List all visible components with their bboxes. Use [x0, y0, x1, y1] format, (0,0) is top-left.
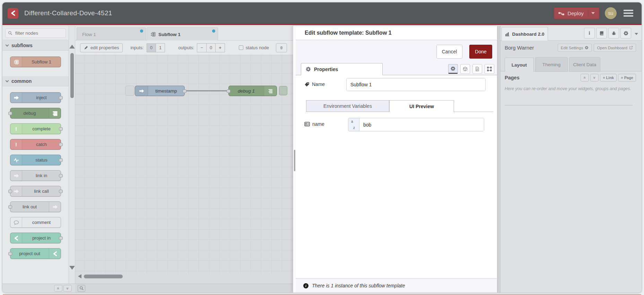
- env-value-input[interactable]: [359, 118, 484, 131]
- palette-node-link-in[interactable]: link in: [10, 170, 61, 181]
- done-button[interactable]: Done: [469, 45, 492, 59]
- outputs-decrease-button[interactable]: −: [197, 43, 207, 52]
- palette-category-subflows[interactable]: subflows: [2, 41, 69, 51]
- palette-collapse-all-button[interactable]: «: [54, 285, 62, 292]
- debug-tab-button[interactable]: [608, 28, 619, 38]
- header: Different-Collared-Dove-4521 Deploy su: [2, 2, 642, 25]
- subflow-name-input[interactable]: [347, 78, 485, 91]
- add-page-button[interactable]: + Page: [618, 74, 636, 81]
- outputs-increase-button[interactable]: +: [216, 43, 225, 52]
- user-avatar[interactable]: su: [605, 7, 617, 19]
- deploy-button[interactable]: Deploy: [554, 7, 599, 19]
- appearance-button[interactable]: [485, 64, 494, 74]
- sidebar-menu-button[interactable]: [635, 30, 638, 36]
- input-port[interactable]: [227, 89, 230, 93]
- output-port: [59, 190, 63, 193]
- node-debug-1[interactable]: debug 1: [228, 86, 277, 96]
- palette-scrollbar-thumb[interactable]: [70, 53, 74, 98]
- input-port: [8, 205, 12, 209]
- palette-filter-row: [2, 26, 69, 40]
- palette-node-inject[interactable]: inject: [10, 92, 61, 103]
- module-properties-button[interactable]: [460, 64, 470, 74]
- palette-node-subflow-1[interactable]: Subflow 1: [10, 57, 61, 67]
- help-tab-button[interactable]: [596, 28, 607, 38]
- node-timestamp[interactable]: timestamp: [135, 86, 185, 96]
- palette-node-link-out[interactable]: link out: [10, 201, 61, 212]
- debug-enable-toggle[interactable]: [279, 86, 287, 95]
- palette-node-project-in[interactable]: project in: [10, 233, 61, 243]
- palette-node-catch[interactable]: !catch: [10, 139, 61, 150]
- move-up-button[interactable]: «: [581, 74, 589, 81]
- output-port: [59, 96, 63, 99]
- pages-help-text: Here you can re-order and move your widg…: [505, 86, 633, 92]
- tab-dashboard-2[interactable]: Dashboard 2.0: [502, 27, 548, 41]
- deploy-caret-icon[interactable]: [591, 12, 595, 14]
- open-dashboard-button[interactable]: Open Dashboard: [594, 44, 636, 52]
- palette-node-status[interactable]: status: [10, 155, 61, 165]
- node-red-logo-icon: [14, 235, 19, 241]
- cancel-button[interactable]: Cancel: [436, 45, 462, 59]
- delete-subflow-button[interactable]: [276, 43, 287, 52]
- info-tab-button[interactable]: i: [584, 28, 595, 38]
- tab-ui-preview[interactable]: UI Preview: [389, 100, 454, 112]
- palette-expand-all-button[interactable]: »: [63, 285, 72, 292]
- sidebar-resize-separator[interactable]: [497, 26, 501, 293]
- palette-node-comment[interactable]: comment: [10, 217, 61, 228]
- scroll-down-icon[interactable]: [69, 266, 75, 270]
- palette-scrollbar[interactable]: [69, 26, 75, 284]
- config-tab-button[interactable]: [620, 28, 631, 38]
- status-node-option: status node: [239, 45, 269, 50]
- tab-properties[interactable]: Properties: [301, 63, 383, 75]
- palette-node-complete[interactable]: !complete: [10, 123, 61, 134]
- properties-view-button[interactable]: [448, 64, 458, 74]
- tray-resize-handle[interactable]: [294, 150, 295, 171]
- palette-node-label: status: [22, 157, 61, 163]
- category-label: subflows: [11, 43, 33, 48]
- zoom-button[interactable]: [78, 285, 85, 292]
- link-arrow-icon: [14, 189, 19, 194]
- document-icon: [475, 67, 480, 71]
- palette-filter-input[interactable]: [15, 30, 56, 36]
- tab-subflow-1[interactable]: Subflow 1: [147, 27, 218, 41]
- edit-properties-label: edit properties: [90, 45, 119, 50]
- status-node-checkbox[interactable]: [239, 45, 243, 50]
- tab-label: Properties: [314, 67, 338, 72]
- edit-properties-button[interactable]: edit properties: [80, 43, 123, 52]
- palette-node-link-call[interactable]: link call: [10, 186, 61, 197]
- scroll-left-icon[interactable]: [78, 274, 81, 278]
- status-wave-icon: [14, 157, 19, 163]
- subflow-name-input-wrap: [346, 78, 486, 91]
- outputs-count: 0: [207, 43, 216, 52]
- tab-flow-1[interactable]: Flow 1: [77, 27, 146, 41]
- description-button[interactable]: [472, 64, 482, 74]
- tab-client-data[interactable]: Client Data: [569, 57, 600, 72]
- main-menu-button[interactable]: [622, 8, 635, 18]
- edit-settings-label: Edit Settings: [561, 46, 583, 50]
- horizontal-scrollbar-thumb[interactable]: [84, 275, 123, 278]
- move-down-button[interactable]: »: [590, 74, 599, 81]
- add-link-button[interactable]: + Link: [600, 74, 617, 81]
- tab-layout[interactable]: Layout: [505, 58, 534, 72]
- inputs-option-1[interactable]: 1: [156, 43, 165, 52]
- dialog-button-bar: Cancel Done: [296, 40, 497, 63]
- env-field-row: name: [304, 121, 324, 127]
- dialog-form: Name Environment Variables UI Preview na…: [296, 75, 497, 278]
- tab-label: Dashboard 2.0: [512, 32, 544, 37]
- output-port[interactable]: [183, 89, 186, 93]
- palette-node-project-out[interactable]: project out: [10, 248, 61, 259]
- outputs-label: outputs:: [178, 45, 194, 50]
- scroll-up-icon[interactable]: [69, 45, 75, 49]
- inputs-option-0[interactable]: 0: [147, 43, 156, 52]
- tab-environment-variables[interactable]: Environment Variables: [306, 100, 389, 112]
- exclamation-icon: !: [15, 141, 17, 147]
- type-select-button[interactable]: az: [348, 118, 359, 131]
- inject-arrow-icon: [14, 95, 19, 101]
- bug-icon: [611, 31, 616, 36]
- sidebar-tab-bar: Dashboard 2.0 i: [501, 26, 642, 41]
- edit-settings-button[interactable]: Edit Settings: [558, 44, 592, 52]
- common-nodes-list: injectdebug!complete!catchstatuslink inl…: [2, 86, 69, 268]
- tab-theming[interactable]: Theming: [535, 57, 568, 72]
- palette-node-debug[interactable]: debug: [10, 108, 61, 119]
- palette-category-common[interactable]: common: [2, 76, 69, 86]
- palette-search-box[interactable]: [5, 28, 66, 38]
